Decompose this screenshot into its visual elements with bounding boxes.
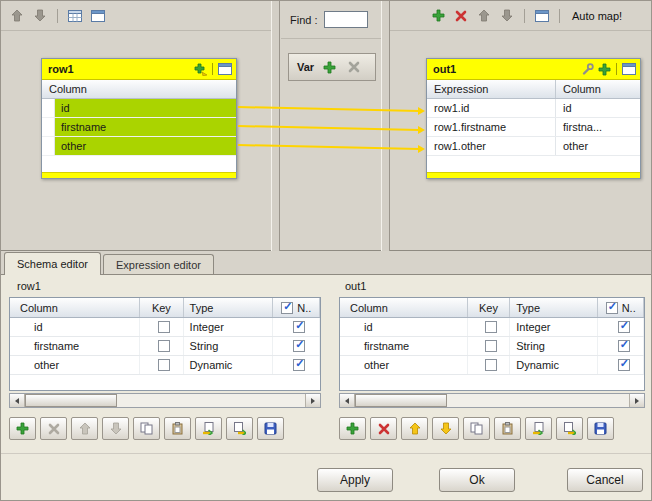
apply-button[interactable]: Apply (317, 468, 393, 492)
input-row-id[interactable]: id (42, 99, 236, 118)
copy-button[interactable] (133, 417, 160, 440)
export-schema-button[interactable] (556, 417, 583, 440)
schema-column-name[interactable]: firstname (10, 337, 140, 355)
key-checkbox[interactable] (158, 359, 170, 371)
schema-column-name[interactable]: id (340, 318, 468, 336)
remove-output-button[interactable] (451, 6, 471, 26)
detach-window-icon[interactable] (216, 61, 233, 78)
key-checkbox[interactable] (158, 321, 170, 333)
schema-row[interactable]: firstname String (340, 337, 644, 356)
scrollbar-thumb[interactable] (25, 394, 117, 407)
schema-column-name[interactable]: other (10, 356, 140, 374)
move-input-up-button[interactable] (7, 6, 27, 26)
input-column-name[interactable]: firstname (55, 118, 236, 136)
move-output-up-button[interactable] (474, 6, 494, 26)
add-row-button[interactable] (339, 417, 366, 440)
add-lookup-icon[interactable] (192, 61, 209, 78)
schema-column-name[interactable]: firstname (340, 337, 468, 355)
schema-row[interactable]: id Integer (10, 318, 320, 337)
output-column-cell[interactable]: id (556, 99, 640, 117)
tab-expression-editor[interactable]: Expression editor (103, 254, 214, 274)
move-row-up-button[interactable] (71, 417, 98, 440)
tab-schema-editor[interactable]: Schema editor (4, 252, 101, 275)
detach-window-icon[interactable] (620, 61, 637, 78)
schema-row[interactable]: firstname String (10, 337, 320, 356)
schema-row[interactable]: other Dynamic (340, 356, 644, 375)
ok-button[interactable]: Ok (439, 468, 515, 492)
add-var-button[interactable] (321, 59, 338, 76)
output-row-other[interactable]: row1.other other (427, 137, 640, 156)
move-input-down-button[interactable] (30, 6, 50, 26)
input-table-titlebar[interactable]: row1 (42, 59, 236, 80)
schema-row[interactable]: id Integer (340, 318, 644, 337)
move-row-up-button[interactable] (401, 417, 428, 440)
output-column-cell[interactable]: other (556, 137, 640, 155)
schema-type[interactable]: Dynamic (510, 356, 598, 374)
load-schema-button[interactable] (195, 417, 222, 440)
nullable-checkbox[interactable] (293, 321, 305, 333)
scroll-right-button[interactable] (629, 394, 644, 407)
key-checkbox[interactable] (485, 321, 497, 333)
table-view-icon[interactable] (65, 6, 85, 26)
nullable-all-checkbox[interactable] (606, 302, 618, 314)
schema-column-name[interactable]: other (340, 356, 468, 374)
output-row-firstname[interactable]: row1.firstname firstna... (427, 118, 640, 137)
output-expression-cell[interactable]: row1.other (427, 137, 556, 155)
cancel-button[interactable]: Cancel (567, 468, 643, 492)
delete-row-button[interactable] (40, 417, 67, 440)
schema-type[interactable]: String (184, 337, 274, 355)
input-row-other[interactable]: other (42, 137, 236, 156)
pane-divider-right[interactable] (381, 1, 390, 251)
schema-type[interactable]: String (510, 337, 598, 355)
schema-type[interactable]: Integer (510, 318, 598, 336)
move-output-down-button[interactable] (497, 6, 517, 26)
scroll-left-button[interactable] (10, 394, 25, 407)
paste-button[interactable] (494, 417, 521, 440)
output-table-titlebar[interactable]: out1 (427, 59, 640, 80)
scroll-left-button[interactable] (340, 394, 355, 407)
nullable-checkbox[interactable] (293, 359, 305, 371)
copy-button[interactable] (463, 417, 490, 440)
pane-divider-left[interactable] (271, 1, 280, 251)
output-column-cell[interactable]: firstna... (556, 118, 640, 136)
output-expression-cell[interactable]: row1.id (427, 99, 556, 117)
nullable-checkbox[interactable] (293, 340, 305, 352)
schema-type[interactable]: Integer (184, 318, 274, 336)
nullable-checkbox[interactable] (618, 340, 630, 352)
nullable-checkbox[interactable] (618, 359, 630, 371)
find-input[interactable] (324, 11, 368, 28)
key-checkbox[interactable] (485, 340, 497, 352)
auto-map-button[interactable]: Auto map! (567, 8, 627, 24)
input-column-name[interactable]: other (55, 137, 236, 155)
input-row-firstname[interactable]: firstname (42, 118, 236, 137)
save-schema-button[interactable] (257, 417, 284, 440)
schema-row[interactable]: other Dynamic (10, 356, 320, 375)
schema-column-name[interactable]: id (10, 318, 140, 336)
remove-var-button[interactable] (345, 59, 362, 76)
load-schema-button[interactable] (525, 417, 552, 440)
key-checkbox[interactable] (158, 340, 170, 352)
output-expression-cell[interactable]: row1.firstname (427, 118, 556, 136)
schema-type[interactable]: Dynamic (184, 356, 274, 374)
restore-windows-icon[interactable] (532, 6, 552, 26)
settings-wrench-icon[interactable] (579, 61, 596, 78)
move-row-down-button[interactable] (432, 417, 459, 440)
delete-row-button[interactable] (370, 417, 397, 440)
minimize-windows-icon[interactable] (88, 6, 108, 26)
add-output-button[interactable] (428, 6, 448, 26)
right-horizontal-scrollbar[interactable] (339, 393, 645, 408)
output-row-id[interactable]: row1.id id (427, 99, 640, 118)
add-column-icon[interactable] (596, 61, 613, 78)
paste-button[interactable] (164, 417, 191, 440)
save-schema-button[interactable] (587, 417, 614, 440)
nullable-all-checkbox[interactable] (281, 302, 293, 314)
nullable-checkbox[interactable] (618, 321, 630, 333)
move-row-down-button[interactable] (102, 417, 129, 440)
input-column-name[interactable]: id (55, 99, 236, 117)
export-schema-button[interactable] (226, 417, 253, 440)
add-row-button[interactable] (9, 417, 36, 440)
key-checkbox[interactable] (485, 359, 497, 371)
scrollbar-thumb[interactable] (355, 394, 447, 407)
left-horizontal-scrollbar[interactable] (9, 393, 321, 408)
scroll-right-button[interactable] (305, 394, 320, 407)
